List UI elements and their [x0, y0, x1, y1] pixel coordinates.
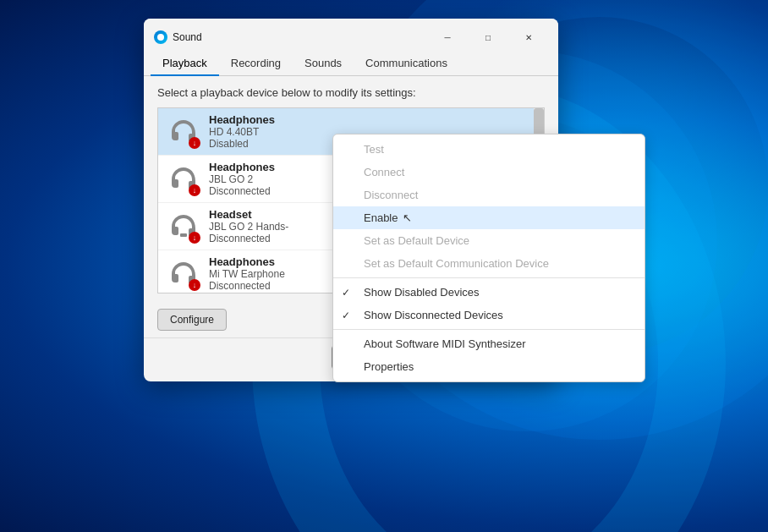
- device-icon-2: ↓: [167, 210, 200, 244]
- device-name-0: Headphones: [209, 113, 535, 126]
- tab-playback[interactable]: Playback: [151, 52, 219, 76]
- menu-label-show-disabled: Show Disabled Devices: [364, 286, 480, 299]
- close-button[interactable]: ✕: [509, 25, 548, 49]
- status-badge-1: ↓: [189, 184, 200, 196]
- menu-item-connect[interactable]: Connect: [333, 161, 645, 184]
- menu-label-set-default: Set as Default Device: [364, 234, 469, 247]
- menu-item-show-disconnected[interactable]: ✓ Show Disconnected Devices: [333, 304, 645, 326]
- menu-label-disconnect: Disconnect: [364, 189, 418, 201]
- svg-rect-1: [180, 233, 187, 237]
- status-badge-2: ↓: [189, 232, 200, 244]
- tab-bar: Playback Recording Sounds Communications: [144, 51, 558, 76]
- menu-item-show-disabled[interactable]: ✓ Show Disabled Devices: [333, 281, 645, 304]
- dialog-title: Sound: [173, 31, 428, 43]
- tab-sounds[interactable]: Sounds: [293, 52, 354, 76]
- device-icon-0: ↓: [167, 115, 200, 149]
- menu-item-properties[interactable]: Properties: [333, 355, 645, 378]
- menu-item-enable[interactable]: Enable ↖: [333, 206, 645, 229]
- menu-item-disconnect[interactable]: Disconnect: [333, 184, 645, 206]
- sound-icon: [154, 30, 167, 44]
- context-menu: Test Connect Disconnect Enable ↖ Set as …: [332, 134, 645, 382]
- tab-communications[interactable]: Communications: [354, 52, 459, 76]
- instruction-text: Select a playback device below to modify…: [157, 86, 545, 99]
- menu-item-test[interactable]: Test: [333, 138, 645, 161]
- menu-separator-2: [333, 329, 645, 330]
- menu-item-about-midi[interactable]: About Software MIDI Synthesizer: [333, 332, 645, 355]
- status-badge-3: ↓: [189, 279, 200, 291]
- device-icon-3: ↓: [167, 257, 200, 291]
- menu-label-connect: Connect: [364, 166, 404, 178]
- menu-label-properties: Properties: [364, 360, 414, 373]
- window-controls: ─ □ ✕: [428, 25, 548, 49]
- status-badge-0: ↓: [189, 137, 200, 149]
- configure-button[interactable]: Configure: [157, 309, 227, 331]
- menu-label-about-midi: About Software MIDI Synthesizer: [364, 337, 525, 350]
- menu-label-test: Test: [364, 143, 384, 156]
- menu-separator-1: [333, 277, 645, 278]
- svg-point-0: [157, 34, 164, 41]
- menu-label-enable: Enable: [364, 211, 398, 224]
- menu-item-set-default[interactable]: Set as Default Device: [333, 229, 645, 252]
- minimize-button[interactable]: ─: [428, 25, 467, 49]
- check-show-disabled: ✓: [342, 287, 350, 299]
- menu-label-set-comm-default: Set as Default Communication Device: [364, 257, 549, 270]
- cursor-indicator: ↖: [403, 211, 412, 224]
- maximize-button[interactable]: □: [469, 25, 507, 49]
- menu-label-show-disconnected: Show Disconnected Devices: [364, 309, 503, 321]
- tab-recording[interactable]: Recording: [219, 52, 293, 76]
- check-show-disconnected: ✓: [342, 310, 350, 321]
- menu-item-set-comm-default[interactable]: Set as Default Communication Device: [333, 252, 645, 275]
- title-bar: Sound ─ □ ✕: [144, 19, 558, 49]
- device-icon-1: ↓: [167, 162, 200, 196]
